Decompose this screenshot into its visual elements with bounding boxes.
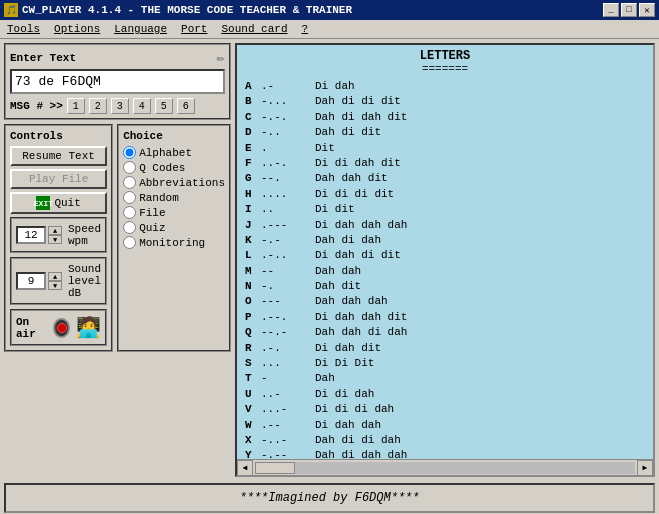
morse-code: ..-. xyxy=(261,156,313,171)
radio-abbreviations[interactable] xyxy=(123,176,136,189)
morse-letter: E xyxy=(245,141,259,156)
morse-letter: Q xyxy=(245,325,259,340)
play-file-button[interactable]: Play File xyxy=(10,169,107,189)
menu-language[interactable]: Language xyxy=(111,22,170,36)
morse-letter: T xyxy=(245,371,259,386)
morse-phrase: Dah di dah dah xyxy=(315,448,645,459)
morse-letter: F xyxy=(245,156,259,171)
close-button[interactable]: ✕ xyxy=(639,3,655,17)
resume-text-button[interactable]: Resume Text xyxy=(10,146,107,166)
enter-text-box: Enter Text ✏ MSG # >> 1 2 3 4 5 6 xyxy=(4,43,231,120)
morse-code: .-- xyxy=(261,418,313,433)
radio-file[interactable] xyxy=(123,206,136,219)
menu-tools[interactable]: Tools xyxy=(4,22,43,36)
morse-code: -.- xyxy=(261,233,313,248)
menu-soundcard[interactable]: Sound card xyxy=(218,22,290,36)
on-air-radio[interactable] xyxy=(53,318,70,338)
morse-phrase: Di di di dit xyxy=(315,187,645,202)
sound-level-group: ▲ ▼ Sound level dB xyxy=(10,257,107,305)
msg-btn-6[interactable]: 6 xyxy=(177,98,195,114)
quit-button[interactable]: EXIT Quit xyxy=(10,192,107,214)
morse-code: ...- xyxy=(261,402,313,417)
msg-btn-4[interactable]: 4 xyxy=(133,98,151,114)
msg-btn-5[interactable]: 5 xyxy=(155,98,173,114)
morse-phrase: Dah xyxy=(315,371,645,386)
on-air-radio-inner xyxy=(57,323,67,333)
morse-phrase: Dit xyxy=(315,141,645,156)
morse-letter: R xyxy=(245,341,259,356)
table-row: W.--Di dah dah xyxy=(245,418,645,433)
sound-level-up-arrow[interactable]: ▲ xyxy=(48,272,62,281)
menu-bar: Tools Options Language Port Sound card ? xyxy=(0,20,659,39)
morse-phrase: Di dah dit xyxy=(315,341,645,356)
morse-phrase: Dah di di dah xyxy=(315,433,645,448)
choice-quiz[interactable]: Quiz xyxy=(123,221,225,234)
main-content: Enter Text ✏ MSG # >> 1 2 3 4 5 6 Contro… xyxy=(0,39,659,481)
enter-text-label: Enter Text xyxy=(10,52,76,64)
morse-phrase: Dah dah xyxy=(315,264,645,279)
choice-monitoring[interactable]: Monitoring xyxy=(123,236,225,249)
msg-btn-2[interactable]: 2 xyxy=(89,98,107,114)
morse-code: -.. xyxy=(261,125,313,140)
morse-code: .-. xyxy=(261,341,313,356)
choice-file[interactable]: File xyxy=(123,206,225,219)
morse-phrase: Di dah dah dah xyxy=(315,218,645,233)
speed-group: ▲ ▼ Speed wpm xyxy=(10,217,107,253)
morse-code: -- xyxy=(261,264,313,279)
radio-quiz[interactable] xyxy=(123,221,136,234)
msg-btn-1[interactable]: 1 xyxy=(67,98,85,114)
radio-alphabet[interactable] xyxy=(123,146,136,159)
menu-options[interactable]: Options xyxy=(51,22,103,36)
on-air-section: On air 🧑‍💻 xyxy=(10,309,107,346)
scroll-track[interactable] xyxy=(255,462,635,474)
radio-random[interactable] xyxy=(123,191,136,204)
table-row: X-..-Dah di di dah xyxy=(245,433,645,448)
morse-letter: W xyxy=(245,418,259,433)
msg-btn-3[interactable]: 3 xyxy=(111,98,129,114)
morse-phrase: Di dah xyxy=(315,79,645,94)
sound-level-label: Sound level dB xyxy=(68,263,101,299)
morse-code: --.- xyxy=(261,325,313,340)
title-bar: 🎵 CW_PLAYER 4.1.4 - THE MORSE CODE TEACH… xyxy=(0,0,659,20)
text-input[interactable] xyxy=(10,69,225,94)
choice-qcodes[interactable]: Q Codes xyxy=(123,161,225,174)
morse-phrase: Dah di dah xyxy=(315,233,645,248)
morse-letter: X xyxy=(245,433,259,448)
radio-monitoring[interactable] xyxy=(123,236,136,249)
table-row: I..Di dit xyxy=(245,202,645,217)
pencil-icon[interactable]: ✏ xyxy=(217,49,225,66)
scroll-right-button[interactable]: ▶ xyxy=(637,460,653,476)
app-icon: 🎵 xyxy=(4,3,18,17)
choice-abbreviations[interactable]: Abbreviations xyxy=(123,176,225,189)
speed-input[interactable] xyxy=(16,226,46,244)
morse-phrase: Dah dah di dah xyxy=(315,325,645,340)
table-row: V...-Di di di dah xyxy=(245,402,645,417)
choice-alphabet[interactable]: Alphabet xyxy=(123,146,225,159)
quit-indicator: EXIT xyxy=(36,196,50,210)
table-row: B-...Dah di di dit xyxy=(245,94,645,109)
speed-down-arrow[interactable]: ▼ xyxy=(48,235,62,244)
table-row: A.-Di dah xyxy=(245,79,645,94)
radio-qcodes[interactable] xyxy=(123,161,136,174)
sound-level-input[interactable] xyxy=(16,272,46,290)
morse-code: .--- xyxy=(261,218,313,233)
morse-phrase: Di dit xyxy=(315,202,645,217)
minimize-button[interactable]: _ xyxy=(603,3,619,17)
table-row: H....Di di di dit xyxy=(245,187,645,202)
scroll-left-button[interactable]: ◀ xyxy=(237,460,253,476)
morse-phrase: Di di dah dit xyxy=(315,156,645,171)
morse-letter: U xyxy=(245,387,259,402)
controls-label: Controls xyxy=(10,130,107,142)
menu-port[interactable]: Port xyxy=(178,22,210,36)
morse-code: .- xyxy=(261,79,313,94)
speed-up-arrow[interactable]: ▲ xyxy=(48,226,62,235)
maximize-button[interactable]: □ xyxy=(621,3,637,17)
table-row: Y-.--Dah di dah dah xyxy=(245,448,645,459)
choice-random[interactable]: Random xyxy=(123,191,225,204)
morse-code: -..- xyxy=(261,433,313,448)
sound-level-down-arrow[interactable]: ▼ xyxy=(48,281,62,290)
scroll-thumb[interactable] xyxy=(255,462,295,474)
morse-phrase: Dah di dit xyxy=(315,125,645,140)
menu-help[interactable]: ? xyxy=(299,22,312,36)
morse-code: .... xyxy=(261,187,313,202)
